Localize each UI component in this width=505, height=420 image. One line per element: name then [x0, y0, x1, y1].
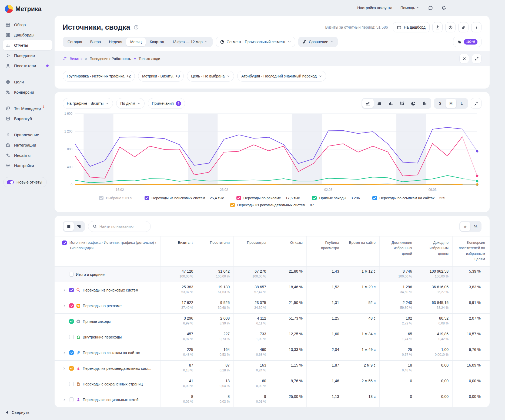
visits-chart[interactable]: 04008001 2001 60016.0223.0202.0309.03 [63, 111, 481, 192]
row-checkbox[interactable] [69, 272, 74, 277]
tab-period[interactable]: Сегодня [63, 38, 86, 46]
column-header[interactable]: Глубина просмотра [306, 236, 343, 266]
sidebar-item-attraction[interactable]: Привлечение [3, 130, 52, 140]
sidebar-item-variocube[interactable]: Вариокуб [3, 113, 52, 124]
filter-value[interactable]: Только люди [139, 57, 160, 61]
expand-row-button[interactable] [62, 304, 67, 307]
collapse-chart-button[interactable] [471, 98, 481, 109]
row-checkbox[interactable] [69, 350, 74, 355]
sidebar-item-overview[interactable]: Обзор [3, 19, 52, 30]
sidebar-item-visitors[interactable]: Посетители [3, 60, 52, 71]
expand-row-button[interactable] [62, 398, 67, 401]
tab-period[interactable]: Квартал [146, 38, 168, 46]
sidebar-item-integrations[interactable]: Интеграции [3, 140, 52, 150]
select-all-checkbox[interactable] [62, 241, 67, 245]
chart-size-S[interactable]: S [435, 99, 446, 108]
legend-checkbox[interactable] [145, 196, 149, 200]
toggle-icon[interactable] [7, 180, 14, 184]
table-row[interactable]: Переходы с сохранённых страниц410,09 %13… [55, 376, 490, 392]
table-row[interactable]: Переходы из социальных сетей80,02 %80,03… [55, 392, 490, 407]
bar-chart-type-button[interactable] [385, 99, 396, 108]
table-row[interactable]: Внутренние переходы4570,97 %2270,73 %733… [55, 329, 490, 345]
filter-condition[interactable]: Поведение › Роботность [90, 57, 131, 61]
history-button[interactable] [445, 22, 456, 32]
column-header[interactable]: Конверсия посетителей по избранным целям [452, 236, 489, 266]
chat-icon[interactable] [428, 5, 433, 11]
copy-link-button[interactable] [458, 22, 469, 32]
table-row[interactable]: ADПереходы по рекламе17 62237,40 %9 5253… [55, 298, 490, 313]
tab-period[interactable]: Месяц [126, 38, 146, 46]
column-header[interactable]: Достижения избранных целей [379, 236, 416, 266]
column-header[interactable]: Время на сайте [343, 236, 379, 266]
sidebar-item-insights[interactable]: Инсайты [3, 150, 52, 160]
sidebar-item-settings[interactable]: Настройки [3, 160, 52, 171]
legend-item[interactable]: Переходы из рекомендательных систем87 [230, 203, 314, 207]
settings-chip-3[interactable]: Атрибуция · Последний значимый переход [237, 71, 326, 82]
sidebar-item-behavior[interactable]: Поведение [3, 50, 52, 60]
expand-row-button[interactable] [62, 351, 67, 354]
legend-checkbox[interactable] [372, 196, 377, 200]
settings-chip-1[interactable]: Метрики · Визиты, +9 [138, 71, 184, 82]
more-actions-button[interactable] [471, 22, 481, 32]
legend-selected-count[interactable]: Выбрано 5 из 5 [99, 196, 132, 200]
chart-granularity-chip[interactable]: По дням [116, 98, 145, 109]
table-row[interactable]: Прямые заходы3 2966,99 %2 6038,39 %4 112… [55, 313, 490, 329]
row-checkbox[interactable] [69, 288, 74, 292]
row-checkbox[interactable] [69, 335, 74, 339]
bell-icon[interactable] [441, 5, 446, 11]
expand-filter-button[interactable] [472, 54, 481, 63]
stacked-area-type-button[interactable] [374, 99, 385, 108]
legend-checkbox[interactable] [99, 196, 103, 200]
line-chart-type-button[interactable] [362, 99, 374, 108]
row-checkbox[interactable] [69, 303, 74, 308]
column-header[interactable]: Просмотры [233, 236, 270, 266]
new-reports-toggle[interactable]: Новые отчеты [3, 177, 47, 187]
sidebar-item-conversions[interactable]: Конверсии [3, 87, 52, 97]
table-row[interactable]: Переходы по ссылкам на сайтах2250,48 %16… [55, 345, 490, 360]
metrica-logo[interactable]: Метрика [3, 4, 52, 19]
absolute-values-button[interactable]: # [460, 222, 470, 231]
column-header[interactable]: Отказы [270, 236, 306, 266]
table-search-input[interactable] [99, 224, 146, 229]
to-dashboard-button[interactable]: На дашборд [393, 22, 430, 32]
row-checkbox[interactable] [69, 319, 74, 324]
legend-item[interactable]: Переходы из поисковых систем25,4 тыс [145, 196, 224, 200]
chart-metric-chip[interactable]: На графике · Визиты [63, 98, 113, 109]
row-checkbox[interactable] [69, 366, 74, 371]
tree-view-button[interactable] [74, 222, 84, 231]
legend-item[interactable]: Переходы по рекламе17,6 тыс [236, 196, 300, 200]
expand-row-button[interactable] [62, 367, 67, 370]
filter-metric[interactable]: Визиты [70, 57, 82, 61]
legend-item[interactable]: Переходы по ссылкам на сайтах225 [372, 196, 445, 200]
flat-list-view-button[interactable] [63, 222, 74, 231]
clear-filter-button[interactable] [459, 54, 469, 63]
legend-checkbox[interactable] [230, 203, 235, 207]
settings-chip-2[interactable]: Цель · Не выбрана [187, 71, 234, 82]
compare-chip[interactable]: Сравнение [298, 37, 338, 47]
legend-checkbox[interactable] [236, 196, 241, 200]
table-row[interactable]: Итого и средние47 120100,00 %31 042100,0… [55, 266, 490, 282]
row-checkbox[interactable] [69, 382, 74, 386]
sidebar-item-dashboards[interactable]: Дашборды [3, 30, 52, 40]
table-search[interactable] [88, 221, 151, 232]
sidebar-item-reports[interactable]: Отчеты [3, 40, 52, 50]
pie-chart-type-button[interactable] [408, 99, 419, 108]
annotations-chip[interactable]: Примечания 5 [148, 98, 185, 109]
expand-row-button[interactable] [62, 289, 67, 292]
legend-checkbox[interactable] [312, 196, 317, 200]
help-menu[interactable]: Помощь [400, 6, 420, 10]
column-chart-type-button[interactable] [419, 99, 430, 108]
sampling-button[interactable]: 100 % [453, 37, 481, 47]
stacked-bar-type-button[interactable] [396, 99, 408, 108]
column-header[interactable]: Доход по избранным целям [416, 236, 452, 266]
legend-item[interactable]: Прямые заходы3 296 [312, 196, 360, 200]
percent-values-button[interactable]: % [470, 222, 481, 231]
sidebar-collapse-button[interactable]: Свернуть [6, 410, 29, 415]
row-checkbox[interactable] [69, 397, 74, 402]
dimension-header[interactable]: Источник трафика › Источник трафика (дет… [55, 236, 160, 266]
sidebar-item-tag-manager[interactable]: Тег Менеджерβ [3, 103, 52, 113]
chart-size-M[interactable]: M [446, 99, 456, 108]
table-row[interactable]: Переходы из поисковых систем25 38353,87 … [55, 282, 490, 298]
date-range-selector[interactable]: 13 фев — 12 мар [168, 38, 212, 46]
account-settings-link[interactable]: Настройка аккаунта [357, 6, 392, 10]
